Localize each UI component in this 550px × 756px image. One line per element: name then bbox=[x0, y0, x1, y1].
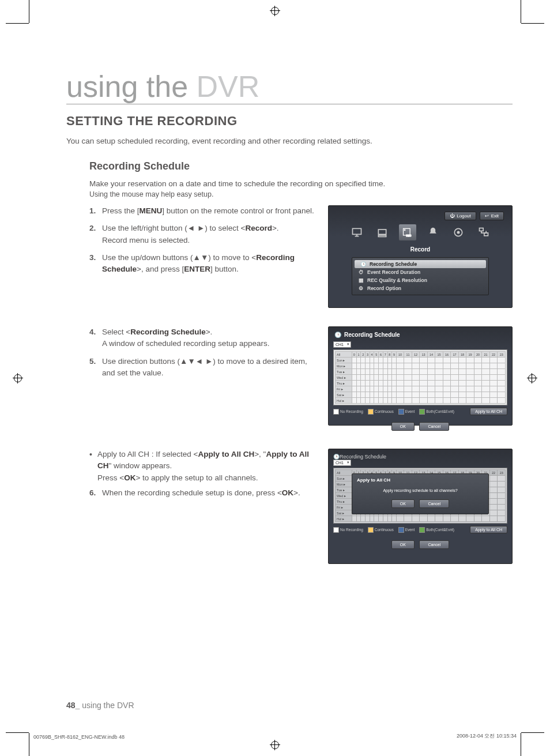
ok-button[interactable]: OK bbox=[391, 540, 415, 549]
step-3: 3. Use the up/down buttons (▲▼) to move … bbox=[89, 252, 318, 276]
power-icon: ⏻ bbox=[450, 213, 454, 219]
step-num: 4. bbox=[89, 326, 96, 338]
modal-cancel-button[interactable]: Cancel bbox=[419, 499, 449, 508]
schedule-grid-screenshot: 🕒Recording Schedule CH1 All0123456789101… bbox=[328, 326, 513, 426]
hint-text: Using the mouse may help easy setup. bbox=[89, 190, 513, 198]
menu-rec-quality[interactable]: ▦REC Quality & Resolution bbox=[352, 276, 488, 284]
device-icon[interactable] bbox=[374, 224, 391, 240]
title-dark: using the bbox=[66, 70, 197, 103]
timer-icon: ⏱ bbox=[358, 269, 364, 275]
step-1: 1. Press the [MENU] button on the remote… bbox=[89, 205, 318, 217]
modal-message: Apply recording schedule to all channels… bbox=[357, 488, 484, 492]
record-menu-screenshot: ⏻Logout ↩Exit REC Record bbox=[328, 205, 513, 308]
modal-ok-button[interactable]: OK bbox=[391, 499, 415, 508]
system-icon[interactable] bbox=[348, 224, 366, 240]
legend: No Recording Continuous Event Both(Cont&… bbox=[333, 526, 507, 533]
quality-icon: ▦ bbox=[358, 277, 364, 283]
step-num: 3. bbox=[89, 252, 96, 264]
logout-button[interactable]: ⏻Logout bbox=[444, 212, 476, 220]
svg-rect-2 bbox=[378, 235, 386, 237]
sub-heading: Recording Schedule bbox=[89, 160, 513, 172]
footer-label: using the DVR bbox=[82, 701, 134, 710]
page-number: 48_ bbox=[66, 701, 80, 710]
page-footer: 48_ using the DVR bbox=[66, 701, 134, 710]
gear-icon: ⚙ bbox=[358, 285, 364, 291]
apply-all-ch-button[interactable]: Apply to All CH bbox=[470, 526, 507, 533]
svg-point-7 bbox=[457, 231, 459, 233]
step-6: 6. When the recording schedule setup is … bbox=[89, 487, 318, 499]
step-num: 1. bbox=[89, 205, 96, 217]
record-icon[interactable]: REC bbox=[399, 224, 416, 240]
page-title: using the DVR bbox=[66, 69, 513, 104]
backup-icon[interactable] bbox=[450, 224, 467, 240]
step-num: 5. bbox=[89, 356, 96, 367]
record-submenu: 🕒Recording Schedule ⏱Event Record Durati… bbox=[352, 257, 489, 295]
menu-event-duration[interactable]: ⏱Event Record Duration bbox=[352, 268, 488, 276]
section-heading: SETTING THE RECORDING bbox=[66, 114, 513, 129]
intro-text: You can setup scheduled recording, event… bbox=[66, 137, 513, 145]
svg-rect-0 bbox=[353, 228, 361, 234]
apply-all-modal-screenshot: 🕒Recording Schedule CH1 All0123456789101… bbox=[328, 449, 513, 564]
channel-dropdown[interactable]: CH1 bbox=[333, 460, 351, 466]
ok-button[interactable]: OK bbox=[391, 422, 415, 431]
clock-icon: 🕒 bbox=[360, 261, 366, 267]
exit-button[interactable]: ↩Exit bbox=[480, 212, 504, 220]
step-num: 6. bbox=[89, 487, 96, 499]
legend: No Recording Continuous Event Both(Cont&… bbox=[333, 408, 507, 415]
step-4: 4. Select <Recording Schedule>. A window… bbox=[89, 326, 318, 350]
apply-all-note: Apply to All CH : If selected <Apply to … bbox=[89, 449, 318, 484]
title-light: DVR bbox=[197, 70, 260, 103]
description: Make your reservation on a date and time… bbox=[89, 179, 513, 188]
steps-list-c: 6. When the recording schedule setup is … bbox=[89, 487, 318, 499]
svg-rect-8 bbox=[480, 228, 484, 231]
steps-list-b: 4. Select <Recording Schedule>. A window… bbox=[89, 326, 318, 379]
svg-rect-1 bbox=[378, 230, 386, 234]
menu-recording-schedule[interactable]: 🕒Recording Schedule bbox=[355, 260, 486, 268]
steps-list-a: 1. Press the [MENU] button on the remote… bbox=[89, 205, 318, 275]
apply-all-ch-button[interactable]: Apply to All CH bbox=[470, 408, 507, 415]
cancel-button[interactable]: Cancel bbox=[419, 422, 449, 431]
apply-all-modal: Apply to All CH Apply recording schedule… bbox=[352, 473, 489, 514]
svg-text:REC: REC bbox=[406, 234, 412, 237]
clock-icon: 🕒 bbox=[334, 332, 341, 338]
network-icon[interactable] bbox=[475, 224, 492, 240]
svg-point-4 bbox=[404, 230, 405, 231]
channel-dropdown[interactable]: CH1 bbox=[333, 341, 351, 348]
bleed-timestamp: 2008-12-04 오전 10:15:34 bbox=[457, 732, 517, 740]
modal-title: Apply to All CH bbox=[357, 477, 484, 483]
record-label: Record bbox=[334, 246, 506, 253]
step-5: 5. Use direction buttons (▲▼◄ ►) to move… bbox=[89, 356, 318, 379]
menu-record-option[interactable]: ⚙Record Option bbox=[352, 284, 488, 292]
event-icon[interactable] bbox=[424, 224, 442, 240]
clock-icon: 🕒 bbox=[333, 454, 340, 460]
back-icon: ↩ bbox=[485, 213, 489, 219]
bleed-file: 00769B_SHR-8162_ENG-NEW.indb 48 bbox=[33, 734, 125, 740]
cancel-button[interactable]: Cancel bbox=[419, 540, 449, 549]
step-num: 2. bbox=[89, 223, 96, 234]
schedule-grid[interactable]: All0123456789101112131415161718192021222… bbox=[333, 349, 507, 405]
step-2: 2. Use the left/right button (◄ ►) to se… bbox=[89, 223, 318, 246]
